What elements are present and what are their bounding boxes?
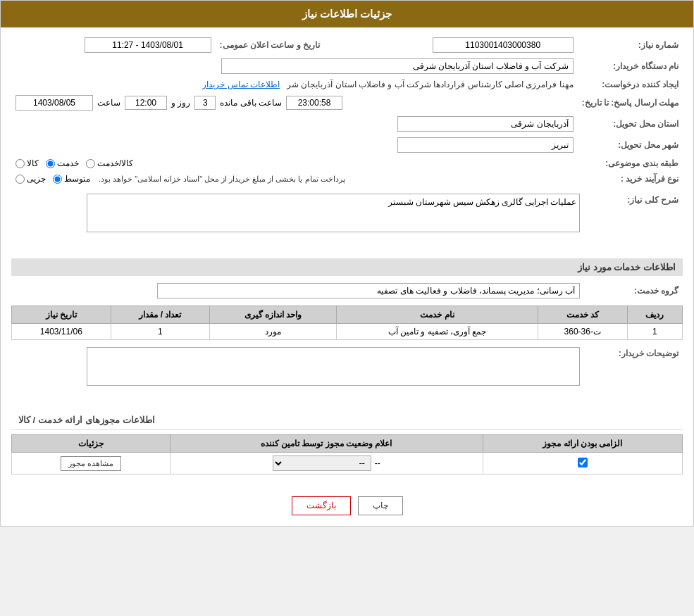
- main-info-table: شماره نیاز: تاریخ و ساعت اعلان عمومی: نا…: [11, 34, 683, 187]
- gorohe-table: گروه خدمت:: [11, 280, 683, 301]
- shomara-value: [352, 34, 578, 56]
- saat-value: 12:00: [125, 96, 167, 110]
- mohlat-row: مهلت ارسال پاسخ: تا تاریخ: 23:00:58 ساعت…: [11, 92, 683, 113]
- sharh-textarea[interactable]: عملیات اجرایی گالری زهکش سیس شهرستان شبس…: [87, 194, 580, 232]
- sharh-watermark-section: عملیات اجرایی گالری زهکش سیس شهرستان شبس…: [16, 194, 580, 250]
- tarikh-input[interactable]: [85, 37, 211, 53]
- time-row: 23:00:58 ساعت باقی مانده 3 روز و 12:00 س…: [16, 95, 574, 111]
- tabaqe-label: طبقه بندی موضوعی:: [578, 156, 683, 171]
- gorohe-value: [11, 280, 584, 301]
- col-name: نام خدمت: [337, 306, 538, 324]
- tabaqe-value: کالا/خدمت خدمت کالا: [11, 156, 578, 171]
- shomara-row: شماره نیاز: تاریخ و ساعت اعلان عمومی:: [11, 34, 683, 56]
- ijad-link[interactable]: اطلاعات تماس خریدار: [202, 80, 280, 89]
- col-kod: کد خدمت: [538, 306, 627, 324]
- content-area: شماره نیاز: تاریخ و ساعت اعلان عمومی: نا…: [1, 27, 693, 486]
- gorohe-input[interactable]: [157, 283, 580, 298]
- elam-select[interactable]: --: [273, 455, 371, 471]
- mohlat-label: مهلت ارسال پاسخ: تا تاریخ:: [578, 92, 683, 113]
- dastgah-input[interactable]: [221, 58, 574, 74]
- sharh-content: عملیات اجرایی گالری زهکش سیس شهرستان شبس…: [16, 194, 580, 234]
- radio-motovaset-label: متوسط: [64, 174, 90, 184]
- col-tedad: تعداد / مقدار: [111, 306, 210, 324]
- shomara-label: شماره نیاز:: [578, 34, 683, 56]
- cell-radif: 1: [627, 324, 682, 340]
- ostan-input[interactable]: [397, 116, 574, 132]
- col-elam: اعلام وضعیت مجوز توسط تامین کننده: [170, 435, 483, 453]
- baqi-label: ساعت باقی مانده: [220, 98, 282, 108]
- radio-motovaset-input[interactable]: [53, 175, 62, 184]
- license-row: -- -- مشاهده مجوز: [12, 453, 683, 474]
- tozi-watermark: [16, 347, 580, 403]
- dastgah-label: نام دستگاه خریدار:: [578, 56, 683, 77]
- shahr-value: [11, 134, 578, 156]
- shomara-input[interactable]: [433, 37, 574, 53]
- elzami-checkbox[interactable]: [578, 458, 588, 467]
- farayand-note: پرداخت تمام یا بخشی از مبلغ خریدار از مح…: [99, 175, 345, 184]
- shahr-input[interactable]: [397, 137, 574, 153]
- cell-tedad: 1: [111, 324, 210, 340]
- radio-kala-khedmat-label: کالا/خدمت: [97, 158, 133, 168]
- col-tarikh: تاریخ نیاز: [12, 306, 111, 324]
- license-header-row: الزامی بودن ارائه مجوز اعلام وضعیت مجوز …: [12, 435, 683, 453]
- elam-value: --: [375, 458, 380, 468]
- radio-kala-khedmat-input[interactable]: [86, 159, 95, 168]
- mohlat-value: 23:00:58 ساعت باقی مانده 3 روز و 12:00 س…: [11, 92, 578, 113]
- radio-kala-label: کالا: [27, 158, 39, 168]
- roz-value: 3: [194, 96, 216, 110]
- shahr-row: شهر محل تحویل:: [11, 134, 683, 156]
- gorohe-row: گروه خدمت:: [11, 280, 683, 301]
- col-radif: ردیف: [627, 306, 682, 324]
- tabaqe-radio-group: کالا/خدمت خدمت کالا: [16, 158, 574, 168]
- col-elzami: الزامی بودن ارائه مجوز: [483, 435, 682, 453]
- radio-khedmat: خدمت: [46, 158, 79, 168]
- tozi-content: [16, 347, 580, 388]
- elam-cell: -- --: [170, 453, 483, 474]
- table-row: 1 ت-36-360 جمع آوری، تصفیه و تامین آب مو…: [12, 324, 683, 340]
- service-table-body: 1 ت-36-360 جمع آوری، تصفیه و تامین آب مو…: [12, 324, 683, 340]
- tozi-textarea[interactable]: [87, 347, 580, 386]
- sharh-row: شرح کلی نیاز: عملیات اجرایی گالری زهکش س…: [11, 191, 683, 253]
- tozi-label: توضیحات خریدار:: [584, 344, 683, 406]
- elam-container: -- --: [176, 455, 477, 471]
- saat-label: ساعت: [97, 98, 120, 108]
- elzami-cell: [483, 453, 682, 474]
- cell-kod: ت-36-360: [538, 324, 627, 340]
- baqi-value: 23:00:58: [286, 96, 342, 110]
- page-header: جزئیات اطلاعات نیاز: [1, 1, 693, 27]
- license-table: الزامی بودن ارائه مجوز اعلام وضعیت مجوز …: [11, 434, 683, 474]
- tarikh-value: [11, 34, 216, 56]
- dastgah-row: نام دستگاه خریدار:: [11, 56, 683, 77]
- date1-input[interactable]: [16, 95, 93, 111]
- sharh-label: شرح کلی نیاز:: [584, 191, 683, 253]
- tozi-value: [11, 344, 584, 406]
- tabaqe-row: طبقه بندی موضوعی: کالا/خدمت خدمت کالا: [11, 156, 683, 171]
- radio-jozi-input[interactable]: [16, 175, 25, 184]
- radio-jozi: جزیی: [16, 174, 46, 184]
- farayand-row: نوع فرآیند خرید : پرداخت تمام یا بخشی از…: [11, 171, 683, 187]
- farayand-value: پرداخت تمام یا بخشی از مبلغ خریدار از مح…: [11, 171, 578, 187]
- view-license-button[interactable]: مشاهده مجوز: [61, 456, 121, 471]
- ostan-row: استان محل تحویل:: [11, 113, 683, 134]
- joziat-cell: مشاهده مجوز: [12, 453, 171, 474]
- print-button[interactable]: چاپ: [358, 496, 403, 515]
- page-wrapper: جزئیات اطلاعات نیاز شماره نیاز: تاریخ و …: [0, 0, 694, 527]
- tarikh-label: تاریخ و ساعت اعلان عمومی:: [216, 34, 324, 56]
- radio-jozi-label: جزیی: [27, 174, 46, 184]
- back-button[interactable]: بازگشت: [292, 496, 351, 515]
- service-table: ردیف کد خدمت نام خدمت واحد اندازه گیری ت…: [11, 306, 683, 340]
- radio-khedmat-input[interactable]: [46, 159, 55, 168]
- license-table-head: الزامی بودن ارائه مجوز اعلام وضعیت مجوز …: [12, 435, 683, 453]
- roz-label: روز و: [171, 98, 190, 108]
- ijad-text: مهنا فرامرزی اصلی کارشناس قراردادها شرکت…: [287, 80, 574, 89]
- radio-khedmat-label: خدمت: [57, 158, 79, 168]
- ijad-label: ایجاد کننده درخواست:: [578, 77, 683, 92]
- service-section-title: اطلاعات خدمات مورد نیاز: [11, 258, 683, 276]
- radio-kala-input[interactable]: [16, 159, 25, 168]
- ostan-value: [11, 113, 578, 134]
- dastgah-value: [11, 56, 578, 77]
- ostan-label: استان محل تحویل:: [578, 113, 683, 134]
- service-table-header-row: ردیف کد خدمت نام خدمت واحد اندازه گیری ت…: [12, 306, 683, 324]
- cell-name: جمع آوری، تصفیه و تامین آب: [337, 324, 538, 340]
- col-vahed: واحد اندازه گیری: [210, 306, 337, 324]
